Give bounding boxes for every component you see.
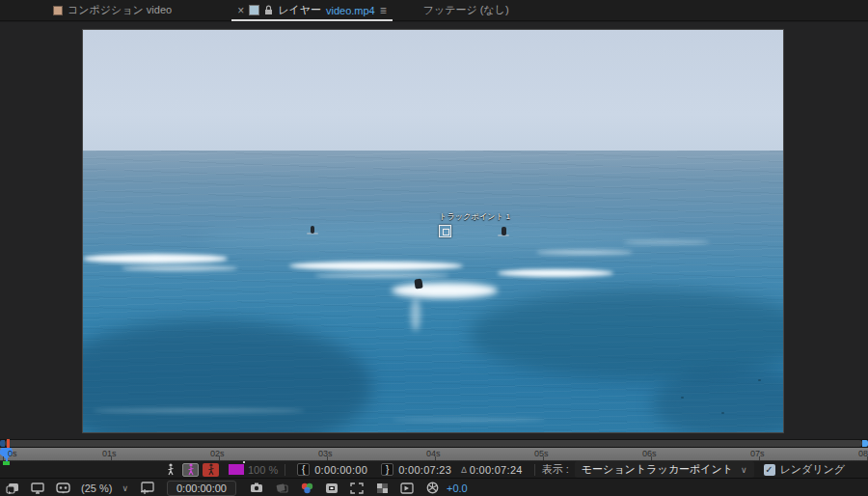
ruler-tick-mark <box>543 456 544 460</box>
wave-foam <box>392 418 546 422</box>
water-speck <box>758 379 761 381</box>
wave-foam <box>314 273 449 278</box>
region-of-interest-icon[interactable] <box>349 482 365 495</box>
tab-footage-label: フッテージ (なし) <box>423 3 509 17</box>
render-label: レンダリング <box>780 462 846 477</box>
panel-tab-bar: コンポジション video × レイヤー video.mp4 ≡ フッテージ (… <box>0 0 868 21</box>
tab-layer-label: レイヤー <box>278 3 321 17</box>
rgb-channels-icon[interactable] <box>299 482 314 495</box>
ruler-tick-label: 05s <box>534 449 549 458</box>
tab-composition-label: コンポジション video <box>68 3 172 17</box>
in-point-time[interactable]: 0:00:00:00 <box>314 464 367 476</box>
light-water-band <box>199 223 662 252</box>
exposure-aperture-icon[interactable] <box>424 482 440 495</box>
mask-eyes-icon[interactable] <box>55 482 70 495</box>
ruler-tick-label: 06s <box>642 449 657 458</box>
composition-thumbnail-icon <box>53 6 63 15</box>
timeline-scroll-thumb[interactable] <box>5 440 862 447</box>
surf-splash-foam <box>392 283 498 298</box>
ruler-tick-mark <box>219 456 220 460</box>
layer-controls-bar: 100 % { 0:00:00:00 } 0:00:07:23 ∆ 0:00:0… <box>0 461 868 479</box>
chevron-down-icon: ∨ <box>741 465 747 475</box>
viewer-status-bar: (25 %) ∨ 0:00:00:00 <box>0 480 868 496</box>
toggle-alpha-button[interactable] <box>162 463 178 477</box>
wave-foam <box>93 408 305 413</box>
ruler-tick-label: 02s <box>210 449 225 458</box>
show-snapshot-icon[interactable] <box>274 482 289 495</box>
transparency-grid-icon[interactable] <box>374 482 390 495</box>
person-overlay-icon <box>206 463 216 476</box>
timeline-nav-marker <box>7 439 10 448</box>
view-dropdown[interactable]: モーショントラッカーポイント ∨ <box>575 461 754 478</box>
chevron-down-icon: ∨ <box>122 483 128 493</box>
wave-foam <box>122 265 237 271</box>
toggle-alpha-overlay-button[interactable] <box>203 463 219 477</box>
video-sky <box>83 30 783 151</box>
layer-thumbnail-icon <box>249 5 259 15</box>
timeline-scroll-handle-left[interactable] <box>0 440 5 447</box>
surf-wake-foam <box>411 298 420 331</box>
close-tab-icon[interactable]: × <box>237 5 244 16</box>
alpha-overlay-opacity: 100 % <box>248 464 278 476</box>
in-point-icon[interactable]: { <box>297 463 310 476</box>
layer-viewer: トラックポイント 1 <box>0 22 868 439</box>
out-point-time[interactable]: 0:00:07:23 <box>398 464 451 476</box>
tab-composition[interactable]: コンポジション video <box>43 0 181 21</box>
riding-surfer <box>414 278 422 289</box>
out-point-icon[interactable]: } <box>381 463 393 476</box>
ruler-tick-label: 04s <box>426 449 441 458</box>
duration-time: 0:00:07:24 <box>470 464 523 476</box>
wave-foam <box>623 240 710 244</box>
exposure-value[interactable]: +0.0 <box>447 482 468 494</box>
view-label: 表示 : <box>542 462 569 477</box>
ruler-tick-label: 01s <box>102 449 117 458</box>
water-speck <box>681 397 684 399</box>
person-boundary-icon <box>186 463 196 476</box>
wave-foam <box>498 269 613 277</box>
ruler-tick-mark <box>651 456 652 460</box>
pixel-aspect-ratio-icon[interactable] <box>399 482 415 495</box>
snapshot-camera-icon[interactable] <box>249 482 264 495</box>
wave-foam <box>289 262 463 270</box>
duration-delta-icon: ∆ <box>461 465 467 475</box>
magnification-value[interactable]: (25 %) <box>81 482 112 494</box>
overlapping-frames-icon[interactable] <box>5 482 20 495</box>
track-point-marker-icon[interactable] <box>439 225 451 237</box>
water-speck <box>721 412 724 414</box>
tab-footage[interactable]: フッテージ (なし) <box>414 0 519 21</box>
ruler-tick-mark <box>435 456 436 460</box>
timeline-scroll-handle-right[interactable] <box>862 440 868 447</box>
video-frame[interactable]: トラックポイント 1 <box>83 30 783 432</box>
resolution-icon[interactable] <box>324 482 339 495</box>
ruler-tick-mark <box>111 456 112 460</box>
current-time-display[interactable]: 0:00:00:00 <box>167 481 236 496</box>
wave-foam <box>83 254 228 263</box>
track-point-label: トラックポイント 1 <box>439 211 510 222</box>
ruler-tick-label: 03s <box>318 449 333 458</box>
ruler-tick-label: 07s <box>750 449 765 458</box>
track-point[interactable]: トラックポイント 1 <box>439 211 510 237</box>
ruler-tick-mark <box>759 456 760 460</box>
person-icon <box>166 463 176 476</box>
tab-layer[interactable]: × レイヤー video.mp4 ≡ <box>228 0 396 21</box>
ruler-tick-mark <box>327 456 328 460</box>
time-ruler[interactable]: 0s01s02s03s04s05s06s07s08s <box>0 448 868 461</box>
alpha-boundary-color-swatch[interactable] <box>229 464 244 475</box>
tab-layer-filename[interactable]: video.mp4 <box>326 5 375 16</box>
divider <box>285 464 285 476</box>
view-dropdown-value: モーショントラッカーポイント <box>582 462 733 477</box>
grid-guide-options-icon[interactable] <box>139 482 154 495</box>
toggle-alpha-boundary-button[interactable] <box>182 463 199 477</box>
ruler-tick-mark <box>3 456 4 460</box>
timeline-scrollbar[interactable] <box>0 439 868 448</box>
wave-foam <box>536 250 633 255</box>
lock-icon <box>264 5 273 15</box>
panel-menu-icon[interactable]: ≡ <box>380 5 387 16</box>
ruler-tick-label: 0s <box>8 449 17 458</box>
sitting-surfer <box>311 226 314 234</box>
monitor-icon[interactable] <box>30 482 45 495</box>
work-area-start-marker <box>3 461 10 465</box>
render-checkbox[interactable]: ✓ <box>764 464 775 476</box>
divider <box>534 464 535 476</box>
